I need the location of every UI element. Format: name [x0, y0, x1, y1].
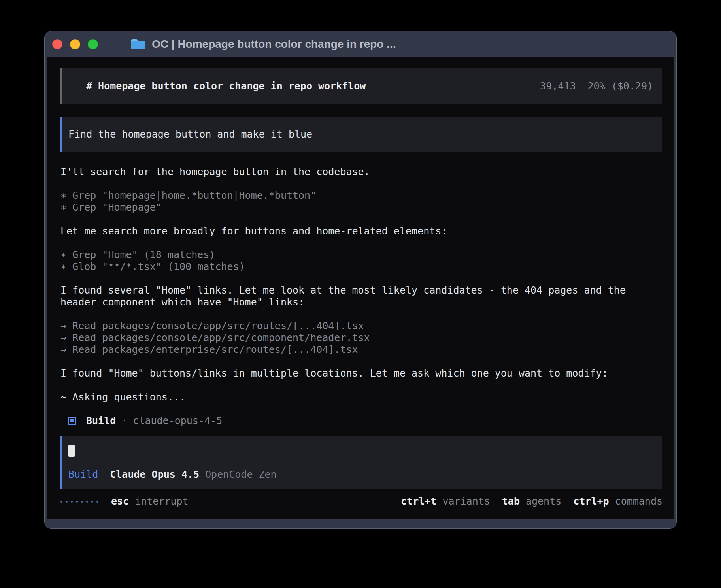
assistant-paragraph: I found several "Home" links. Let me loo… [60, 285, 646, 308]
esc-key-hint: esc [111, 496, 129, 507]
session-stats: 39,413 20% ($0.29) [540, 80, 653, 92]
agent-square-icon [68, 416, 76, 425]
traffic-lights [52, 39, 98, 49]
spinner-dots-icon [60, 501, 98, 503]
assistant-status: ~ Asking questions... [60, 391, 646, 403]
tool-call-glob: ∗ Glob "**/*.tsx" (100 matches) [60, 261, 646, 273]
tool-call-grep: ∗ Grep "Home" (18 matches) [60, 249, 646, 261]
tool-call-group: ∗ Grep "homepage|home.*button|Home.*butt… [60, 190, 646, 213]
input-agent-label: Build [68, 469, 98, 481]
terminal-window: OC | Homepage button color change in rep… [44, 31, 677, 529]
shortcut-commands: ctrl+p commands [573, 496, 662, 507]
shortcut-key: tab [502, 496, 520, 507]
tool-call-grep: ∗ Grep "Homepage" [60, 202, 646, 213]
assistant-paragraph: Let me search more broadly for buttons a… [60, 225, 646, 237]
assistant-paragraph: I found "Home" buttons/links in multiple… [60, 368, 646, 379]
tool-call-read: → Read packages/console/app/src/componen… [60, 332, 646, 344]
input-model-label: Claude Opus 4.5 [110, 469, 199, 481]
titlebar[interactable]: OC | Homepage button color change in rep… [45, 31, 676, 57]
tool-call-read: → Read packages/enterprise/src/routes/[.… [60, 344, 646, 356]
spinner-dot [76, 501, 78, 503]
shortcut-label: agents [526, 496, 561, 507]
tool-call-read: → Read packages/console/app/src/routes/[… [60, 320, 646, 332]
asking-questions-status: ~ Asking questions... [60, 391, 646, 403]
spinner-dot [81, 501, 83, 503]
status-bar-left: esc interrupt [60, 496, 189, 507]
context-percent: 20% [587, 80, 605, 92]
agent-separator: · [121, 415, 127, 427]
input-provider-label: OpenCode Zen [205, 469, 277, 481]
session-header: # Homepage button color change in repo w… [60, 68, 662, 104]
tool-call-group: ∗ Grep "Home" (18 matches) ∗ Glob "**/*.… [60, 249, 646, 273]
tool-call-grep: ∗ Grep "homepage|home.*button|Home.*butt… [60, 190, 646, 202]
close-button[interactable] [52, 39, 62, 49]
shortcut-variants: ctrl+t variants [401, 496, 490, 507]
shortcut-label: variants [442, 496, 490, 507]
window-title: OC | Homepage button color change in rep… [152, 38, 396, 51]
session-title: # Homepage button color change in repo w… [86, 80, 366, 92]
spinner-dot [60, 501, 62, 503]
agent-name: Build [86, 415, 116, 427]
spinner-dot [66, 501, 68, 503]
assistant-text: I found "Home" buttons/links in multiple… [60, 368, 646, 379]
conversation: I'll search for the homepage button in t… [60, 166, 646, 427]
status-bar: esc interrupt ctrl+t variants tab agents… [60, 496, 662, 507]
shortcut-agents: tab agents [502, 496, 561, 507]
shortcut-key: ctrl+p [573, 496, 609, 507]
folder-icon [130, 38, 146, 51]
status-bar-right: ctrl+t variants tab agents ctrl+p comman… [401, 496, 662, 507]
agent-status-line: Build · claude-opus-4-5 [60, 415, 646, 427]
zoom-button[interactable] [88, 39, 98, 49]
spinner-dot [71, 501, 73, 503]
assistant-text: I'll search for the homepage button in t… [60, 166, 646, 178]
terminal-content: # Homepage button color change in repo w… [47, 57, 674, 519]
token-count: 39,413 [540, 80, 576, 92]
tool-call-group: → Read packages/console/app/src/routes/[… [60, 320, 646, 356]
user-message-text: Find the homepage button and make it blu… [68, 128, 312, 140]
assistant-text: I found several "Home" links. Let me loo… [60, 285, 646, 308]
prompt-input[interactable]: Build Claude Opus 4.5 OpenCode Zen [60, 436, 662, 489]
minimize-button[interactable] [70, 39, 80, 49]
input-meta: Build Claude Opus 4.5 OpenCode Zen [68, 469, 654, 481]
text-cursor [68, 445, 75, 457]
spinner-dot [96, 501, 98, 503]
spinner-dot [86, 501, 88, 503]
agent-model: claude-opus-4-5 [133, 415, 222, 427]
session-cost: ($0.29) [612, 80, 653, 92]
assistant-text: Let me search more broadly for buttons a… [60, 225, 646, 237]
assistant-paragraph: I'll search for the homepage button in t… [60, 166, 646, 178]
shortcut-key: ctrl+t [401, 496, 436, 507]
user-message: Find the homepage button and make it blu… [60, 117, 662, 152]
interrupt-label: interrupt [135, 496, 188, 507]
spinner-dot [91, 501, 93, 503]
shortcut-label: commands [615, 496, 662, 507]
